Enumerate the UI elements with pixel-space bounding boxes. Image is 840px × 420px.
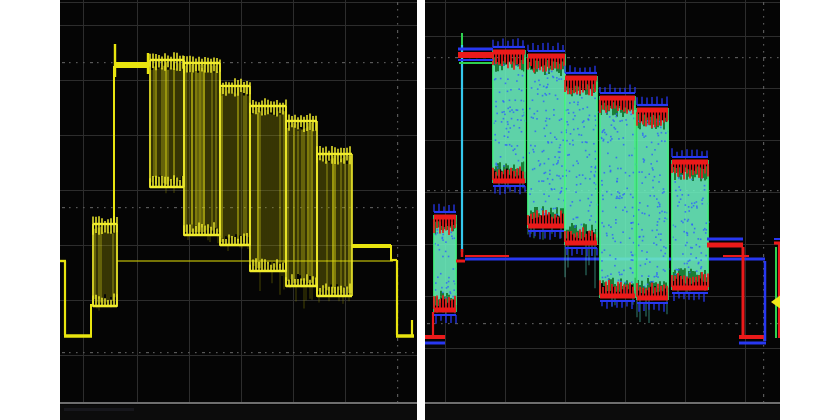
left-scope-panel: [60, 0, 417, 420]
right-scope-panel: [425, 0, 780, 420]
right-scope-waveform-canvas: [425, 0, 780, 420]
left-scope-waveform-canvas: [60, 0, 417, 420]
dual-oscilloscope-screenshot: [0, 0, 840, 420]
